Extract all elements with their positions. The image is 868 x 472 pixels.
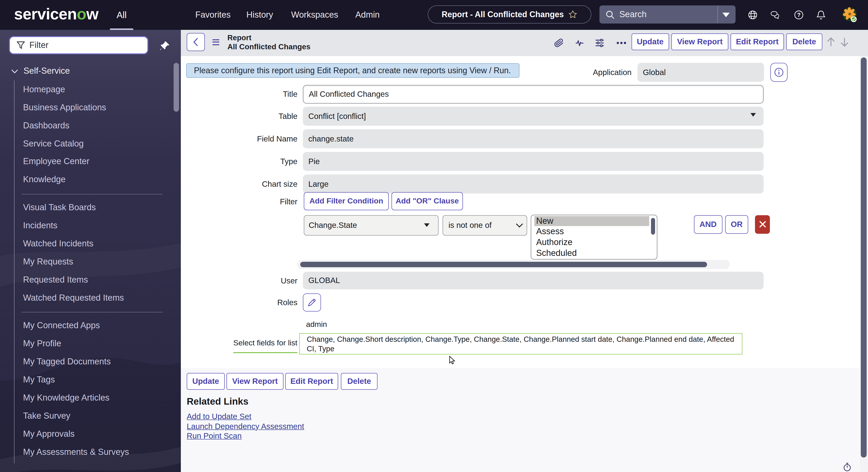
svg-text:?: ?: [797, 12, 800, 18]
